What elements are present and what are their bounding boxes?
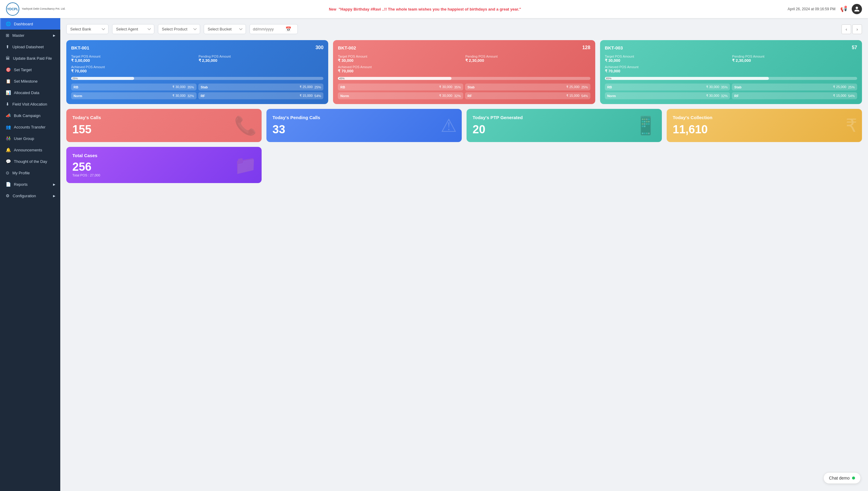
bottom-card-bg-icon-0: 📁 <box>234 154 257 176</box>
stat-bg-icon-1: ⚠ <box>441 115 457 136</box>
stat-label-0: Today's Calls <box>72 115 255 120</box>
birthday-message: "Happy Birthday #Ravi ..!! The whole tea… <box>338 7 521 11</box>
sidebar-item-set-target[interactable]: 🎯 Set Target <box>0 64 60 76</box>
bkt-tag-pct-0-0: 35% <box>187 85 194 89</box>
sidebar-item-configuration[interactable]: ⚙ Configuration ▶ <box>0 190 60 201</box>
stat-card-todays-calls: Today's Calls 155 📞 <box>66 109 261 142</box>
sidebar-item-thought-of-day[interactable]: 💬 Thought of the Day <box>0 155 60 167</box>
stat-card-todays-pending: Today's Pending Calls 33 ⚠ <box>267 109 462 142</box>
bkt-title-2: BKT-003 <box>605 45 623 50</box>
expand-arrow-reports: ▶ <box>53 183 56 186</box>
bkt-progress-pct-2: 65% <box>606 77 612 80</box>
bkt-tags-0: RB ₹ 30,000 35% Stab ₹ 25,000 25% Norm ₹… <box>71 84 323 99</box>
sidebar-item-upload-datasheet[interactable]: ⬆ Upload Datasheet <box>0 41 60 53</box>
sidebar-label-set-milestone: Set Milestone <box>14 79 38 84</box>
bkt-card-bkt002: BKT-002 128 Target POS Amount ₹ 30,000 P… <box>333 40 595 104</box>
stat-label-2: Today's PTP Generated <box>472 115 656 120</box>
sidebar-item-my-profile[interactable]: ⊙ My Profile <box>0 167 60 178</box>
sidebar-item-reports[interactable]: 📄 Reports ▶ <box>0 178 60 190</box>
bkt-tag-pct-0-1: 25% <box>314 85 321 89</box>
bucket-select[interactable]: Select Bucket <box>204 24 246 34</box>
chat-demo-button[interactable]: Chat demo <box>824 472 861 484</box>
bkt-pending-label-1: Pending POS Amount <box>465 55 590 58</box>
update-bank-paid-icon: 🏛 <box>6 56 10 61</box>
bkt-tag-pct-0-2: 32% <box>187 94 194 98</box>
stat-cards-grid: Today's Calls 155 📞 Today's Pending Call… <box>66 109 862 142</box>
user-avatar[interactable] <box>852 4 862 14</box>
bottom-card-label-0: Total Cases <box>72 153 255 158</box>
sidebar-item-announcements[interactable]: 🔔 Announcements <box>0 144 60 155</box>
bkt-tag-amount-2-3: ₹ 15,000 <box>833 94 846 98</box>
accounts-transfer-icon: 👥 <box>6 124 11 129</box>
header-right: April 26, 2024 at 09:16:59 PM 📢 <box>784 4 862 14</box>
bkt-achieved-value-1: ₹ 70,000 <box>338 69 590 73</box>
bkt-tag-2-0: RB ₹ 30,000 35% <box>605 84 730 90</box>
bkt-tag-pct-2-0: 35% <box>721 85 727 89</box>
notification-bell[interactable]: 📢 <box>840 6 847 12</box>
sidebar-item-field-visit[interactable]: ⬇ Field Visit Allocation <box>0 98 60 110</box>
birthday-banner: New "Happy Birthday #Ravi ..!! The whole… <box>66 7 784 11</box>
product-select[interactable]: Select Product <box>158 24 200 34</box>
bkt-tag-name-0-2: Norm <box>73 94 170 98</box>
logo-area: YDCPL Yashiyoti Debt Consultancy Pvt. Lt… <box>6 2 66 16</box>
bkt-progress-bar-0: 25% <box>71 77 323 80</box>
user-group-icon: 👫 <box>6 136 11 141</box>
bkt-tag-pct-1-0: 35% <box>454 85 461 89</box>
bkt-tag-name-2-3: RF <box>734 94 831 98</box>
bkt-count-2: 57 <box>852 45 857 50</box>
bank-select[interactable]: Select Bank <box>66 24 108 34</box>
sidebar-item-user-group[interactable]: 👫 User Group <box>0 133 60 144</box>
bkt-tag-name-2-1: Stab <box>734 85 831 89</box>
bkt-tag-amount-0-3: ₹ 15,000 <box>300 94 313 98</box>
sidebar-item-bulk-campaign[interactable]: 📣 Bulk Campaign <box>0 110 60 121</box>
sidebar-item-master[interactable]: ⊞ Master ▶ <box>0 30 60 41</box>
chat-online-dot <box>852 476 855 480</box>
my-profile-icon: ⊙ <box>6 170 9 175</box>
dashboard-icon: 🌐 <box>6 21 11 26</box>
datetime-display: April 26, 2024 at 09:16:59 PM <box>787 7 835 11</box>
bkt-tag-amount-1-3: ₹ 15,000 <box>566 94 580 98</box>
sidebar-label-announcements: Announcements <box>14 148 42 152</box>
sidebar-label-thought-of-day: Thought of the Day <box>14 159 47 164</box>
date-input[interactable] <box>253 27 283 31</box>
agent-select[interactable]: Select Agent <box>112 24 154 34</box>
bkt-tag-pct-2-1: 25% <box>848 85 855 89</box>
announcements-icon: 🔔 <box>6 147 11 152</box>
bkt-tag-0-2: Norm ₹ 30,000 32% <box>71 92 196 99</box>
bkt-tag-pct-2-2: 32% <box>721 94 727 98</box>
sidebar-item-set-milestone[interactable]: 📋 Set Milestone <box>0 76 60 87</box>
bkt-pending-label-0: Pending POS Amount <box>198 55 324 58</box>
bkt-tag-0-3: RF ₹ 15,000 54% <box>198 92 324 99</box>
bkt-tag-name-2-2: Norm <box>607 94 704 98</box>
stat-value-3: 11,610 <box>673 123 856 136</box>
stat-card-todays-collection: Today's Collection 11,610 ₹ <box>667 109 862 142</box>
bkt-progress-fill-2 <box>605 77 769 80</box>
bkt-pending-label-2: Pending POS Amount <box>732 55 857 58</box>
stat-label-1: Today's Pending Calls <box>273 115 456 120</box>
sidebar-item-accounts-transfer[interactable]: 👥 Accounts Transfer <box>0 121 60 133</box>
prev-arrow-button[interactable]: ‹ <box>841 24 851 34</box>
sidebar-item-allocated-data[interactable]: 📊 Allocated Data <box>0 87 60 98</box>
bkt-tag-name-1-0: RB <box>340 85 437 89</box>
bkt-tag-name-0-0: RB <box>73 85 170 89</box>
configuration-icon: ⚙ <box>6 193 10 198</box>
bkt-tag-name-1-2: Norm <box>340 94 437 98</box>
stat-bg-icon-2: 📱 <box>634 115 657 136</box>
calendar-icon[interactable]: 📅 <box>285 26 291 32</box>
next-arrow-button[interactable]: › <box>852 24 862 34</box>
main-layout: 🌐 Dashboard ⊞ Master ▶ ⬆ Upload Datashee… <box>0 18 868 491</box>
sidebar-label-field-visit: Field Visit Allocation <box>12 102 47 107</box>
bkt-tag-amount-2-1: ₹ 25,000 <box>833 85 846 89</box>
main-content: Select Bank Select Agent Select Product … <box>60 18 868 491</box>
sidebar-item-dashboard[interactable]: 🌐 Dashboard <box>0 18 60 30</box>
bkt-tags-1: RB ₹ 30,000 35% Stab ₹ 25,000 25% Norm ₹… <box>338 84 590 99</box>
bkt-tag-pct-1-2: 32% <box>454 94 461 98</box>
bkt-pending-value-1: ₹ 2,30,000 <box>465 58 590 63</box>
sidebar-label-my-profile: My Profile <box>12 171 30 175</box>
bkt-title-0: BKT-001 <box>71 45 89 50</box>
sidebar-item-update-bank-paid[interactable]: 🏛 Update Bank Paid File <box>0 53 60 64</box>
sidebar-label-bulk-campaign: Bulk Campaign <box>14 113 40 118</box>
bkt-tag-name-1-3: RF <box>467 94 564 98</box>
bkt-tags-2: RB ₹ 30,000 35% Stab ₹ 25,000 25% Norm ₹… <box>605 84 857 99</box>
bkt-tag-0-1: Stab ₹ 25,000 25% <box>198 84 324 90</box>
